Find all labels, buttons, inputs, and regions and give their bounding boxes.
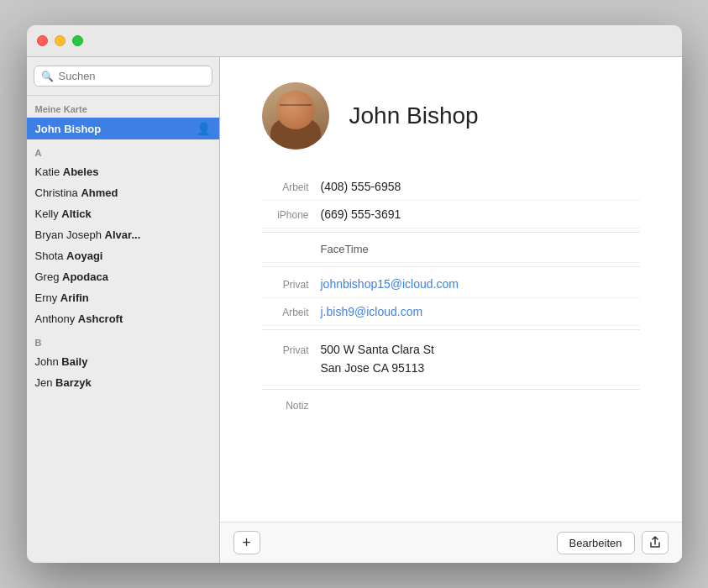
contact-name: Bryan Joseph Alvar... [35, 228, 141, 241]
add-button[interactable]: + [233, 531, 260, 554]
search-icon: 🔍 [41, 71, 54, 82]
contact-name: Christina Ahmed [35, 186, 118, 199]
label-privat-address: Privat [262, 344, 321, 356]
search-input[interactable] [59, 70, 205, 82]
label-privat-email: Privat [262, 279, 321, 291]
label-arbeit-email: Arbeit [262, 307, 321, 318]
list-item[interactable]: Erny Arifin [27, 287, 219, 308]
list-item[interactable]: Jen Barzyk [27, 372, 219, 393]
divider-4 [262, 389, 640, 390]
list-item[interactable]: Shota Aoyagi [27, 245, 219, 266]
sidebar: 🔍 Meine Karte John Bishop 👤 A Katie Abel… [27, 57, 220, 563]
search-wrapper: 🔍 [34, 66, 212, 87]
info-row-email-privat: Privat johnbishop15@icloud.com [262, 270, 640, 298]
label-iphone: iPhone [262, 209, 321, 221]
contact-name: Erny Arifin [35, 291, 89, 304]
close-button[interactable] [37, 35, 48, 46]
list-item[interactable]: Kelly Altick [27, 203, 219, 224]
value-facetime: FaceTime [321, 243, 640, 255]
list-item[interactable]: Christina Ahmed [27, 182, 219, 203]
detail-panel: John Bishop Arbeit (408) 555-6958 iPhone… [220, 57, 682, 563]
list-item[interactable]: John Baily [27, 351, 219, 372]
list-item[interactable]: Bryan Joseph Alvar... [27, 224, 219, 245]
value-email-privat: johnbishop15@icloud.com [321, 277, 640, 291]
contact-name: Jen Barzyk [35, 376, 92, 389]
maximize-button[interactable] [72, 35, 83, 46]
info-row-phone-work: Arbeit (408) 555-6958 [262, 173, 640, 201]
contact-name: Shota Aoyagi [35, 249, 103, 262]
value-phone-iphone: (669) 555-3691 [321, 207, 640, 221]
contact-name: Anthony Ashcroft [35, 312, 123, 325]
title-bar [27, 25, 682, 57]
edit-button[interactable]: Bearbeiten [557, 532, 635, 554]
info-row-facetime: FaceTime [262, 236, 640, 263]
info-row-address: Privat 500 W Santa Clara StSan Jose CA 9… [262, 333, 640, 386]
contact-full-name: John Bishop [349, 102, 479, 129]
value-email-work: j.bish9@icloud.com [321, 305, 640, 318]
share-icon [648, 536, 662, 549]
person-icon: 👤 [197, 122, 211, 135]
divider-1 [262, 232, 640, 233]
label-arbeit-phone: Arbeit [262, 181, 321, 193]
label-notiz: Notiz [262, 400, 321, 412]
list-item[interactable]: Katie Abeles [27, 161, 219, 182]
search-bar: 🔍 [27, 57, 219, 96]
info-section: Arbeit (408) 555-6958 iPhone (669) 555-3… [262, 173, 640, 418]
my-card-name: John Bishop [35, 123, 102, 135]
list-item[interactable]: Anthony Ashcroft [27, 308, 219, 329]
avatar [262, 82, 329, 150]
contact-detail: John Bishop Arbeit (408) 555-6958 iPhone… [220, 57, 682, 522]
divider-3 [262, 329, 640, 330]
value-phone-work: (408) 555-6958 [321, 180, 640, 193]
minimize-button[interactable] [55, 35, 66, 46]
share-button[interactable] [642, 531, 669, 554]
divider-2 [262, 266, 640, 267]
info-row-notiz: Notiz [262, 393, 640, 418]
my-card-header: Meine Karte [27, 96, 219, 118]
contacts-list: Meine Karte John Bishop 👤 A Katie Abeles… [27, 96, 219, 563]
my-card-contact[interactable]: John Bishop 👤 [27, 118, 219, 139]
traffic-lights [37, 35, 83, 46]
main-content: 🔍 Meine Karte John Bishop 👤 A Katie Abel… [27, 57, 682, 563]
info-row-phone-iphone: iPhone (669) 555-3691 [262, 201, 640, 228]
list-item[interactable]: Greg Apodaca [27, 266, 219, 287]
contact-name: Greg Apodaca [35, 270, 108, 283]
info-row-email-work: Arbeit j.bish9@icloud.com [262, 298, 640, 326]
section-a-header: A [27, 139, 219, 161]
contact-name: John Baily [35, 355, 88, 368]
contact-name: Katie Abeles [35, 165, 99, 178]
section-b-header: B [27, 329, 219, 351]
contact-header: John Bishop [262, 82, 640, 150]
toolbar-right: Bearbeiten [557, 531, 669, 554]
value-address: 500 W Santa Clara StSan Jose CA 95113 [321, 340, 640, 378]
contact-name: Kelly Altick [35, 207, 92, 220]
bottom-toolbar: + Bearbeiten [220, 522, 682, 563]
app-window: 🔍 Meine Karte John Bishop 👤 A Katie Abel… [27, 25, 682, 563]
